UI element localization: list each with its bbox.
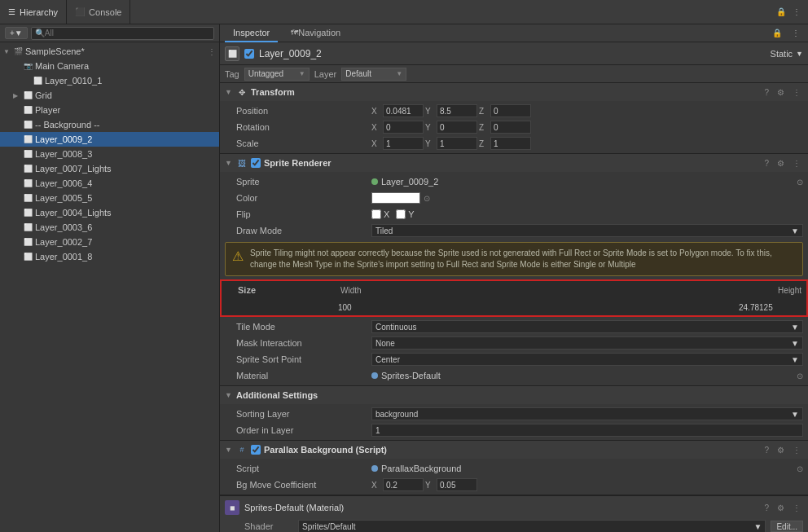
material-select-btn[interactable]: ⊙ [797,372,803,380]
material-edit-btn[interactable]: Edit... [771,521,803,532]
parallax-more-btn[interactable]: ⋮ [790,445,803,455]
layer-value: Default [345,69,371,78]
coeff-y-input[interactable] [437,478,477,491]
sorting-layer-arrow: ▼ [791,410,799,419]
scale-y-label: Y [425,139,435,148]
scene-label: SampleScene* [25,46,85,56]
color-picker-btn[interactable]: ⊙ [424,194,430,203]
sr-settings-btn[interactable]: ⚙ [775,158,787,169]
tag-dropdown[interactable]: Untagged ▼ [244,68,310,81]
color-label: Color [236,193,367,203]
tree-item-layer-0002[interactable]: ⬜ Layer_0002_7 [0,235,219,249]
sr-enabled-checkbox[interactable] [251,158,261,168]
rot-z-input[interactable] [490,121,531,134]
pos-x-input[interactable] [383,104,424,117]
scene-more-btn[interactable]: ⋮ [204,47,219,56]
scene-root[interactable]: ▼ 🎬 SampleScene* ⋮ [0,44,219,59]
obj-icon: ⬜ [24,150,33,158]
mask-interaction-value: None ▼ [371,336,803,350]
transform-header[interactable]: ▼ ✥ Transform ? ⚙ ⋮ [220,83,808,101]
item-label: Layer_0007_Lights [35,164,112,174]
material-section-name: Sprites-Default (Material) [244,503,757,512]
sr-more-btn[interactable]: ⋮ [790,158,803,169]
static-dropdown-arrow[interactable]: ▼ [796,50,803,58]
shader-dropdown[interactable]: Sprites/Default ▼ [298,520,766,532]
parallax-help-btn[interactable]: ? [762,445,771,455]
flip-x-checkbox[interactable] [371,209,381,219]
go-enabled-checkbox[interactable] [244,49,254,59]
sr-help-btn[interactable]: ? [762,158,771,169]
tree-item-grid[interactable]: ▶ ⬜ Grid [0,88,219,103]
tree-item-layer-0006[interactable]: ⬜ Layer_0006_4 [0,176,219,191]
order-in-layer-input[interactable] [371,424,803,437]
parallax-title: Parallax Background (Script) [264,445,758,455]
parallax-icon: # [236,446,248,454]
flip-label: Flip [236,209,367,219]
additional-settings-title: Additional Settings [236,390,803,400]
layer-dropdown[interactable]: Default ▼ [341,68,406,81]
draw-mode-dropdown[interactable]: Tiled ▼ [371,224,803,237]
transform-more-btn[interactable]: ⋮ [790,87,803,98]
mask-interaction-dropdown[interactable]: None ▼ [371,336,803,350]
inspector-lock-btn[interactable]: 🔒 [769,27,785,39]
tree-item-layer-0005[interactable]: ⬜ Layer_0005_5 [0,191,219,205]
tree-item-main-camera[interactable]: 📷 Main Camera [0,59,219,73]
material-help-btn[interactable]: ? [762,503,771,513]
transform-icon: ✥ [236,88,248,97]
color-swatch[interactable] [371,192,420,204]
sprite-renderer-header[interactable]: ▼ 🖼 Sprite Renderer ? ⚙ ⋮ [220,154,808,172]
parallax-enabled-checkbox[interactable] [251,445,261,455]
size-section: Size Width Height [220,279,808,317]
tab-inspector[interactable]: Inspector [225,24,278,42]
mask-interaction-text: None [375,339,395,348]
hierarchy-lock-btn[interactable]: 🔒 [773,6,789,18]
hierarchy-tab[interactable]: ☰ Hierarchy [0,0,67,24]
size-width-input[interactable] [336,301,417,314]
obj-icon: ⬜ [24,194,33,202]
tree-item-layer-0008[interactable]: ⬜ Layer_0008_3 [0,147,219,161]
parallax-header[interactable]: ▼ # Parallax Background (Script) ? ⚙ ⋮ [220,441,808,459]
additional-settings-header[interactable]: ▼ Additional Settings [220,386,808,404]
add-object-btn[interactable]: +▼ [5,27,28,39]
script-select-btn[interactable]: ⊙ [797,464,803,473]
size-height-input[interactable] [736,301,801,314]
coeff-x-input[interactable] [383,478,424,491]
console-tab-label: Console [89,7,121,17]
material-settings-btn[interactable]: ⚙ [775,503,787,513]
material-more-btn[interactable]: ⋮ [790,503,803,513]
inspector-more-btn[interactable]: ⋮ [788,27,803,39]
mask-interaction-label: Mask Interaction [236,338,367,348]
parallax-component: ▼ # Parallax Background (Script) ? ⚙ ⋮ S… [220,441,808,495]
inspector-body: ⬜ Layer_0009_2 Static ▼ Tag Untagged ▼ L… [220,42,808,532]
tree-item-layer-0010[interactable]: ⬜ Layer_0010_1 [0,73,219,88]
pos-z-input[interactable] [490,104,531,117]
sprite-label: Sprite [236,177,367,187]
scale-x-input[interactable] [383,137,424,150]
flip-y-checkbox[interactable] [396,209,406,219]
rot-y-input[interactable] [437,121,477,134]
sprite-sort-point-dropdown[interactable]: Center ▼ [371,353,803,366]
tree-item-layer-0001[interactable]: ⬜ Layer_0001_8 [0,249,219,264]
hierarchy-more-btn[interactable]: ⋮ [789,6,804,18]
tile-mode-dropdown[interactable]: Continuous ▼ [371,320,803,333]
sorting-layer-dropdown[interactable]: background ▼ [371,407,803,420]
transform-settings-btn[interactable]: ⚙ [775,87,787,98]
pos-y-input[interactable] [437,104,477,117]
script-label: Script [236,464,367,473]
tree-item-background[interactable]: ⬜ -- Background -- [0,117,219,132]
tree-item-layer-0004[interactable]: ⬜ Layer_0004_Lights [0,205,219,220]
tree-item-layer-0009[interactable]: ⬜ Layer_0009_2 [0,132,219,147]
tab-navigation[interactable]: 🗺 Navigation [283,24,349,42]
console-tab[interactable]: ⬛ Console [67,0,130,24]
scale-z-input[interactable] [490,137,531,150]
search-input[interactable] [45,29,210,37]
tree-item-layer-0003[interactable]: ⬜ Layer_0003_6 [0,220,219,235]
scale-y-input[interactable] [437,137,477,150]
tree-item-player[interactable]: ⬜ Player [0,103,219,117]
sprite-select-btn[interactable]: ⊙ [797,178,803,187]
additional-settings-body: Sorting Layer background ▼ Order in Laye… [220,404,808,440]
rot-x-input[interactable] [383,121,424,134]
tree-item-layer-0007[interactable]: ⬜ Layer_0007_Lights [0,161,219,176]
parallax-settings-btn[interactable]: ⚙ [775,445,787,455]
transform-help-btn[interactable]: ? [762,87,771,98]
